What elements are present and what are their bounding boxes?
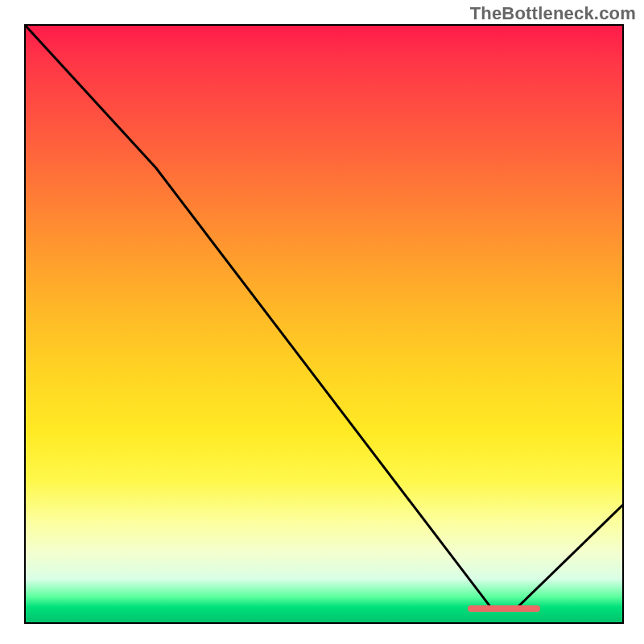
curve-path: [24, 24, 624, 609]
plot-area: [24, 24, 624, 624]
bottleneck-curve: [24, 24, 624, 624]
watermark-text: TheBottleneck.com: [470, 3, 636, 24]
chart-container: TheBottleneck.com: [0, 0, 644, 644]
optimal-range-marker: [468, 605, 539, 612]
